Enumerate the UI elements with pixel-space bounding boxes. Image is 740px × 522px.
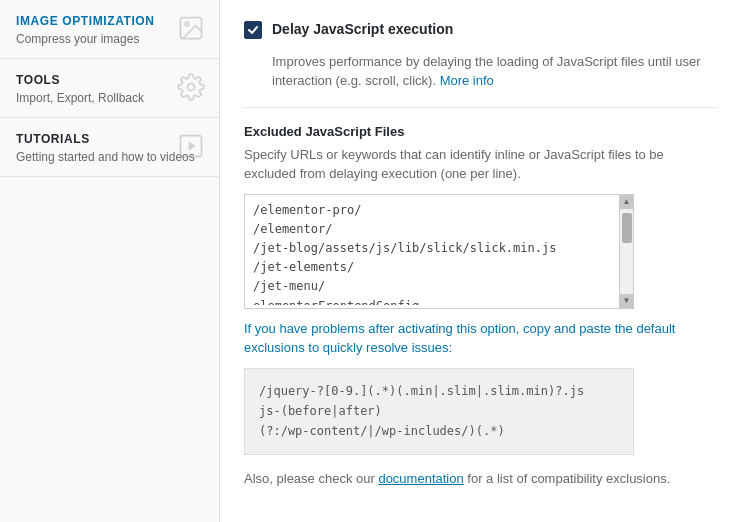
delay-js-description: Improves performance by delaying the loa… [244, 52, 716, 91]
delay-js-checkbox-row[interactable]: Delay JavaScript execution [244, 20, 716, 40]
code-line-1: /jquery-?[0-9.](.*)(.min|.slim|.slim.min… [259, 381, 619, 401]
doc-text: Also, please check our documentation for… [244, 469, 716, 489]
scrollbar-thumb[interactable] [622, 213, 632, 243]
delay-js-label: Delay JavaScript execution [272, 20, 453, 40]
excluded-files-textarea[interactable]: /elementor-pro/ /elementor/ /jet-blog/as… [245, 195, 633, 305]
svg-point-1 [185, 22, 189, 26]
more-info-link[interactable]: More info [440, 73, 494, 88]
code-line-2: js-(before|after) [259, 401, 619, 421]
excluded-files-heading: Excluded JavaScript Files [244, 124, 716, 139]
scrollbar-track: ▲ ▼ [619, 195, 633, 308]
documentation-link[interactable]: documentation [378, 471, 463, 486]
sidebar-title-tutorials: TUTORIALS [16, 132, 203, 146]
excluded-files-description: Specify URLs or keywords that can identi… [244, 145, 716, 184]
code-block: /jquery-?[0-9.](.*)(.min|.slim|.slim.min… [244, 368, 634, 455]
divider [244, 107, 716, 108]
excluded-files-wrapper: /elementor-pro/ /elementor/ /jet-blog/as… [244, 194, 634, 309]
doc-prefix: Also, please check our [244, 471, 378, 486]
main-content: Delay JavaScript execution Improves perf… [220, 0, 740, 522]
sidebar-subtitle-image-optimization: Compress your images [16, 32, 203, 46]
sidebar-subtitle-tutorials: Getting started and how to videos [16, 150, 203, 164]
sidebar-title-tools: TOOLS [16, 73, 203, 87]
svg-marker-4 [189, 141, 196, 150]
sidebar-item-image-optimization[interactable]: IMAGE OPTIMIZATION Compress your images [0, 0, 219, 59]
hint-text: If you have problems after activating th… [244, 319, 716, 358]
sidebar: IMAGE OPTIMIZATION Compress your images … [0, 0, 220, 522]
image-icon [177, 14, 205, 42]
sidebar-item-tools[interactable]: TOOLS Import, Export, Rollback [0, 59, 219, 118]
doc-suffix: for a list of compatibility exclusions. [464, 471, 671, 486]
play-icon [177, 132, 205, 160]
gear-icon [177, 73, 205, 101]
delay-js-checkbox[interactable] [244, 21, 262, 39]
scrollbar-down-arrow[interactable]: ▼ [620, 294, 634, 308]
sidebar-item-tutorials[interactable]: TUTORIALS Getting started and how to vid… [0, 118, 219, 177]
sidebar-subtitle-tools: Import, Export, Rollback [16, 91, 203, 105]
sidebar-title-image-optimization: IMAGE OPTIMIZATION [16, 14, 203, 28]
svg-point-2 [188, 84, 195, 91]
scrollbar-up-arrow[interactable]: ▲ [620, 195, 634, 209]
code-line-3: (?:/wp-content/|/wp-includes/)(.*) [259, 421, 619, 441]
